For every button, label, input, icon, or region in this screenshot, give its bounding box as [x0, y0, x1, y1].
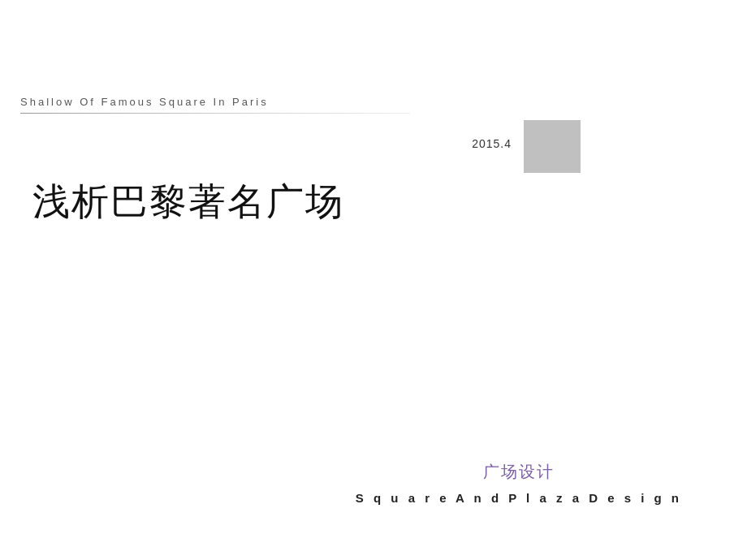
main-title-area: 浅析巴黎著名广场: [32, 177, 344, 227]
divider-line: [20, 113, 410, 114]
page-container: Shallow Of Famous Square In Paris 2015.4…: [0, 0, 747, 560]
decorative-gray-box: [524, 120, 581, 173]
date-text: 2015.4: [472, 137, 512, 150]
subtitle-area: Shallow Of Famous Square In Paris: [20, 96, 727, 114]
chinese-category-label: 广场设计: [356, 461, 682, 483]
main-title: 浅析巴黎著名广场: [32, 177, 344, 227]
bottom-area: 广场设计 S q u a r e A n d P l a z a D e s i…: [356, 461, 682, 505]
subtitle-text: Shallow Of Famous Square In Paris: [20, 96, 727, 108]
date-area: 2015.4: [472, 136, 512, 151]
english-category-label: S q u a r e A n d P l a z a D e s i g n: [356, 491, 682, 505]
